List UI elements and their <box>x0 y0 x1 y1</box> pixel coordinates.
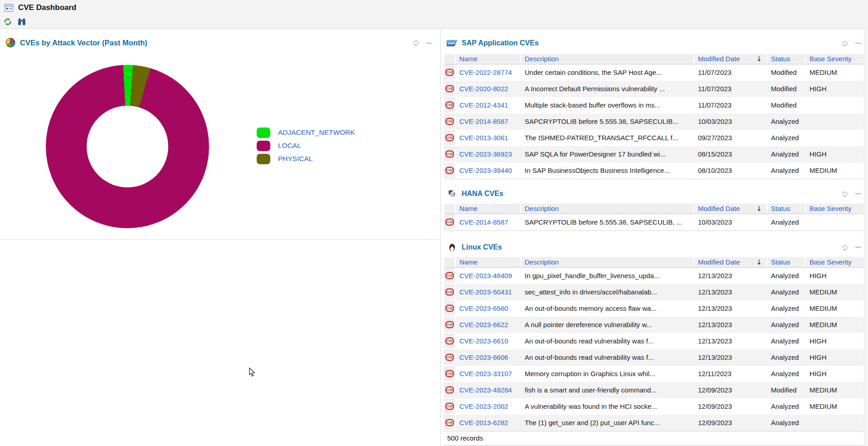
name-text[interactable]: CVE-2023-39440 <box>459 167 512 174</box>
name-text[interactable]: CVE-2013-3061 <box>459 134 508 142</box>
desc-cell: sec_attest_info in drivers/accel/habanal… <box>521 284 694 300</box>
table-row[interactable]: CVECVE-2023-50431sec_attest_info in driv… <box>444 284 864 300</box>
cve-name-cell[interactable]: CVE-2023-48409 <box>456 268 521 284</box>
row-header-cell: CVE <box>444 366 456 382</box>
cve-name-cell[interactable]: CVE-2020-8022 <box>456 81 521 97</box>
column-header-description[interactable]: Description <box>521 54 694 64</box>
table-row[interactable]: CVECVE-2023-6610An out-of-bounds read vu… <box>444 333 864 349</box>
table-row[interactable]: CVECVE-2014-8587SAPCRYPTOLIB before 5.55… <box>444 214 864 230</box>
svg-text:CVE: CVE <box>446 307 453 310</box>
table-row[interactable]: CVECVE-2023-6606An out-of-bounds read vu… <box>444 349 864 366</box>
cve-name-cell[interactable]: CVE-2023-50431 <box>456 284 521 300</box>
refresh-button[interactable] <box>3 17 13 27</box>
cve-name-cell[interactable]: CVE-2023-39440 <box>456 162 521 179</box>
section-refresh-icon[interactable] <box>841 244 848 251</box>
table-row[interactable]: CVECVE-2014-8587SAPCRYPTOLIB before 5.55… <box>444 113 864 130</box>
chart-refresh-icon[interactable] <box>412 39 419 46</box>
column-header-description[interactable]: Description <box>521 204 694 214</box>
cve-name-cell[interactable]: CVE-2023-2002 <box>456 398 521 415</box>
column-header-status[interactable]: Status <box>767 54 806 64</box>
section-sap-application-cves: SAP SAP Application CVEs NameDescription… <box>444 36 864 179</box>
cve-name-cell[interactable]: CVE-2023-6610 <box>456 333 521 349</box>
table-row[interactable]: CVECVE-2023-49284fish is a smart and use… <box>444 382 864 398</box>
status-text: Modified <box>771 69 797 76</box>
top-title-bar: CVE Dashboard <box>0 0 868 29</box>
column-header-label: Status <box>771 205 790 212</box>
cve-name-cell[interactable]: CVE-2014-8587 <box>456 113 521 130</box>
name-text[interactable]: CVE-2020-8022 <box>459 85 508 93</box>
vertical-scrollbar[interactable] <box>864 29 868 446</box>
table-row[interactable]: CVECVE-2013-3061The ISHMED-PATRED_TRANSA… <box>444 130 864 146</box>
column-header-status[interactable]: Status <box>767 204 806 214</box>
name-text[interactable]: CVE-2012-4341 <box>459 101 508 109</box>
section-minimize-icon[interactable] <box>854 191 862 197</box>
name-text[interactable]: CVE-2023-6560 <box>459 304 508 312</box>
date-text: 12/09/2023 <box>698 398 732 415</box>
column-header-status[interactable]: Status <box>767 257 806 267</box>
cve-name-cell[interactable]: CVE-2023-49284 <box>456 382 521 398</box>
desc-text: Under certain conditions, the SAP Host A… <box>525 69 662 76</box>
name-text[interactable]: CVE-2013-6282 <box>459 419 508 426</box>
name-text[interactable]: CVE-2014-8587 <box>459 118 508 125</box>
name-text[interactable]: CVE-2014-8587 <box>459 218 508 226</box>
name-text[interactable]: CVE-2023-50431 <box>459 288 512 296</box>
status-cell: Analyzed <box>767 162 806 179</box>
name-text[interactable]: CVE-2023-33107 <box>459 370 512 377</box>
svg-text:CVE: CVE <box>446 372 453 375</box>
search-binoculars-button[interactable] <box>17 17 27 27</box>
table-row[interactable]: CVECVE-2022-28774Under certain condition… <box>444 64 864 81</box>
column-header-base-severity[interactable]: Base Severity <box>806 257 864 267</box>
column-header-modified-date[interactable]: Modified Date↓ <box>694 54 767 64</box>
name-text[interactable]: CVE-2023-6622 <box>459 321 508 328</box>
date-cell: 11/07/2023 <box>694 97 767 113</box>
name-text[interactable]: CVE-2023-49284 <box>459 386 512 394</box>
column-header-name[interactable]: Name <box>456 54 521 64</box>
section-refresh-icon[interactable] <box>841 40 848 47</box>
section-minimize-icon[interactable] <box>854 244 862 251</box>
column-header-name[interactable]: Name <box>456 204 521 214</box>
table-row[interactable]: CVECVE-2023-6560An out-of-bounds memory … <box>444 300 864 317</box>
table-row[interactable]: CVECVE-2013-6282The (1) get_user and (2)… <box>444 415 864 431</box>
desc-text: SAPCRYPTOLIB before 5.555.38, SAPSECULIB… <box>525 218 682 226</box>
table-row[interactable]: CVECVE-2023-36923SAP SQLA for PowerDesig… <box>444 146 864 162</box>
status-text: Analyzed <box>771 218 799 226</box>
column-header-modified-date[interactable]: Modified Date↓ <box>694 257 767 267</box>
table-row[interactable]: CVECVE-2023-33107Memory corruption in Gr… <box>444 366 864 382</box>
table-row[interactable]: CVECVE-2023-39440In SAP BusinessObjects … <box>444 162 864 179</box>
column-header-base-severity[interactable]: Base Severity <box>806 204 864 214</box>
chart-minimize-icon[interactable] <box>425 39 433 46</box>
section-minimize-icon[interactable] <box>854 40 862 47</box>
date-cell: 12/13/2023 <box>694 268 767 284</box>
cve-name-cell[interactable]: CVE-2013-3061 <box>456 130 521 146</box>
name-text[interactable]: CVE-2023-36923 <box>459 150 512 158</box>
cve-name-cell[interactable]: CVE-2014-8587 <box>456 214 521 230</box>
column-header-name[interactable]: Name <box>456 257 521 267</box>
cve-name-cell[interactable]: CVE-2012-4341 <box>456 97 521 113</box>
date-cell: 12/13/2023 <box>694 317 767 333</box>
name-text[interactable]: CVE-2023-6606 <box>459 353 508 361</box>
table-row[interactable]: CVECVE-2012-4341Multiple stack-based buf… <box>444 97 864 113</box>
name-text[interactable]: CVE-2022-28774 <box>459 69 512 76</box>
cve-name-cell[interactable]: CVE-2022-28774 <box>456 64 521 81</box>
donut-chart[interactable] <box>46 65 209 228</box>
name-text[interactable]: CVE-2023-48409 <box>459 272 512 279</box>
cve-name-cell[interactable]: CVE-2023-36923 <box>456 146 521 162</box>
desc-text: Memory corruption in Graphics Linux whil… <box>525 370 655 377</box>
cve-name-cell[interactable]: CVE-2013-6282 <box>456 415 521 431</box>
name-text[interactable]: CVE-2023-2002 <box>459 402 508 410</box>
cve-name-cell[interactable]: CVE-2023-6560 <box>456 300 521 317</box>
cve-name-cell[interactable]: CVE-2023-6622 <box>456 317 521 333</box>
status-text: Analyzed <box>771 272 799 279</box>
column-header-description[interactable]: Description <box>521 257 694 267</box>
table-row[interactable]: CVECVE-2023-48409In gpu_pixel_handle_buf… <box>444 268 864 284</box>
section-refresh-icon[interactable] <box>841 191 848 197</box>
column-header-modified-date[interactable]: Modified Date↓ <box>694 204 767 214</box>
table-row[interactable]: CVECVE-2023-6622A null pointer dereferen… <box>444 317 864 333</box>
name-text[interactable]: CVE-2023-6610 <box>459 337 508 345</box>
date-cell: 11/07/2023 <box>694 81 767 97</box>
cve-name-cell[interactable]: CVE-2023-33107 <box>456 366 521 382</box>
table-row[interactable]: CVECVE-2023-2002A vulnerability was foun… <box>444 398 864 415</box>
column-header-base-severity[interactable]: Base Severity <box>806 54 864 64</box>
cve-name-cell[interactable]: CVE-2023-6606 <box>456 349 521 366</box>
table-row[interactable]: CVECVE-2020-8022A Incorrect Default Perm… <box>444 81 864 97</box>
